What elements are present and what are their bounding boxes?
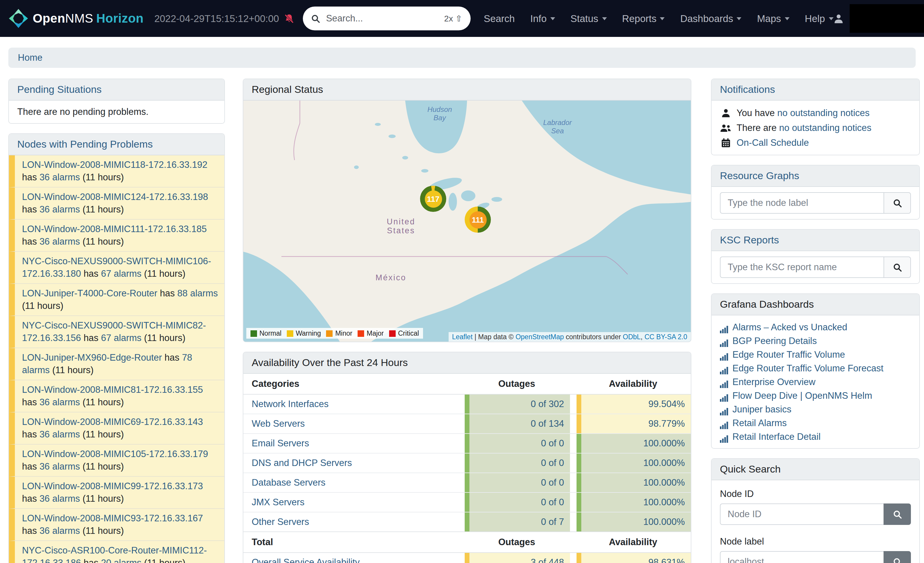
node-link[interactable]: LON-Window-2008-MIMIC105-172.16.33.179: [22, 449, 208, 459]
pending-situations-title[interactable]: Pending Situations: [9, 79, 224, 101]
alarm-duration: (11 hours): [52, 365, 94, 375]
leaflet-link[interactable]: Leaflet: [452, 333, 472, 341]
alarm-count-link[interactable]: 36 alarms: [40, 236, 80, 246]
notification-link[interactable]: no outstanding notices: [779, 123, 872, 133]
middle-column: Regional Status: [243, 78, 692, 563]
alarm-count-link[interactable]: 36 alarms: [40, 493, 80, 503]
calendar-icon: [720, 138, 731, 147]
chevron-down-icon: [660, 17, 665, 20]
notification-link[interactable]: On-Call Schedule: [736, 138, 809, 147]
outages-value: 0 of 134: [465, 414, 570, 433]
category-link[interactable]: Network Interfaces: [252, 399, 328, 410]
global-search-input[interactable]: [325, 12, 440, 24]
alarm-count-link[interactable]: 36 alarms: [40, 172, 80, 182]
category-link[interactable]: JMX Servers: [252, 497, 304, 507]
categories-header: Categories: [243, 374, 465, 394]
pending-problem-row: NYC-Cisco-NEXUS9000-SWITCH-MIMIC82-172.1…: [9, 316, 224, 348]
alarm-count-link[interactable]: 36 alarms: [40, 525, 80, 536]
alarm-count-link[interactable]: 36 alarms: [40, 397, 80, 407]
resource-graphs-title[interactable]: Resource Graphs: [712, 165, 919, 187]
alarm-count-link[interactable]: 67 alarms: [101, 269, 142, 279]
category-link[interactable]: Other Servers: [252, 516, 309, 527]
nav-menu-item[interactable]: Reports: [622, 13, 665, 24]
pending-problem-row: LON-Window-2008-MIMIC99-172.16.33.173 ha…: [9, 477, 224, 509]
grafana-dashboard-link[interactable]: Flow Deep Dive | OpenNMS Helm: [732, 389, 872, 402]
page-content: Home Pending Situations There are no pen…: [0, 37, 924, 563]
ccbysa-link[interactable]: CC BY-SA 2.0: [644, 333, 687, 341]
search-shortcut-hint: 2x ⇧: [444, 14, 462, 23]
alarm-count-link[interactable]: 67 alarms: [101, 333, 142, 343]
map-marker-cluster[interactable]: 111: [465, 207, 491, 233]
nav-menu-item[interactable]: Maps: [757, 13, 789, 24]
overall-availability-row: Overall Service Availability 3 of 448 98…: [243, 553, 691, 563]
grafana-dashboard-link[interactable]: Enterprise Overview: [732, 375, 815, 389]
node-link[interactable]: LON-Window-2008-MIMIC124-172.16.33.198: [22, 192, 208, 202]
alarm-duration: (11 hours): [82, 493, 124, 503]
node-label-search-button[interactable]: [884, 551, 911, 563]
breadcrumb: Home: [8, 48, 916, 68]
node-link[interactable]: LON-Window-2008-MIMIC111-172.16.33.185: [22, 224, 207, 234]
grafana-dashboard-link[interactable]: BGP Peering Details: [732, 334, 817, 348]
node-link[interactable]: LON-Juniper-MX960-Edge-Router: [22, 352, 162, 362]
map-legend-item: Warning: [287, 330, 321, 337]
node-link[interactable]: LON-Window-2008-MIMIC99-172.16.33.173: [22, 481, 203, 491]
regional-status-map[interactable]: Hudson Bay Labrador Sea United States Mé…: [243, 101, 691, 342]
bar-chart-icon: [720, 323, 728, 331]
resource-graphs-search-button[interactable]: [884, 192, 911, 214]
pending-problem-row: NYC-Cisco-ASR100-Core-Router-MIMIC112-17…: [9, 541, 224, 563]
nav-menu: Search Info Status Reports Dashboards Ma…: [484, 13, 833, 24]
node-link[interactable]: LON-Juniper-T4000-Core-Router: [22, 288, 158, 298]
map-marker-cluster[interactable]: 117: [420, 186, 446, 212]
nav-menu-item[interactable]: Status: [571, 13, 607, 24]
ksc-reports-input[interactable]: [720, 257, 884, 278]
quick-search-node-label: Node label: [720, 536, 911, 563]
grafana-dashboard-link[interactable]: Edge Router Traffic Volume Forecast: [732, 361, 884, 375]
alarm-count-link[interactable]: 36 alarms: [40, 204, 80, 214]
node-row-text: has: [22, 461, 37, 471]
node-link[interactable]: LON-Window-2008-MIMIC93-172.16.33.167: [22, 513, 203, 523]
nav-menu-item[interactable]: Info: [530, 13, 555, 24]
notifications-title[interactable]: Notifications: [712, 79, 919, 101]
nav-menu-item-label: Info: [530, 13, 546, 24]
node-id-search-button[interactable]: [884, 503, 911, 525]
nav-menu-item[interactable]: Help: [805, 13, 833, 24]
node-id-input[interactable]: [720, 503, 884, 525]
category-link[interactable]: Database Servers: [252, 477, 326, 488]
node-link[interactable]: LON-Window-2008-MIMIC69-172.16.33.143: [22, 417, 203, 427]
availability-title: Availability Over the Past 24 Hours: [243, 352, 691, 374]
nodes-pending-problems-title[interactable]: Nodes with Pending Problems: [9, 134, 224, 155]
grafana-dashboard-link[interactable]: Retail Interface Detail: [732, 430, 820, 443]
alarm-count-link[interactable]: 20 alarms: [101, 558, 142, 563]
node-label-input[interactable]: [720, 551, 884, 563]
overall-availability-link[interactable]: Overall Service Availability: [252, 557, 360, 563]
grafana-dashboard-link[interactable]: Alarms – Acked vs Unacked: [732, 320, 847, 334]
breadcrumb-home-link[interactable]: Home: [18, 53, 42, 63]
category-link[interactable]: Email Servers: [252, 438, 309, 449]
notifications-off-icon[interactable]: [284, 14, 294, 24]
alarm-count-link[interactable]: 36 alarms: [40, 429, 80, 439]
node-link[interactable]: LON-Window-2008-MIMIC81-172.16.33.155: [22, 384, 203, 395]
availability-row: JMX Servers 0 of 0 100.000%: [243, 493, 691, 512]
grafana-dashboard-link[interactable]: Retail Alarms: [732, 416, 787, 430]
nav-menu-item[interactable]: Dashboards: [680, 13, 742, 24]
grafana-dashboard-link[interactable]: Juniper basics: [732, 402, 791, 416]
pending-situations-card: Pending Situations There are no pending …: [8, 78, 225, 124]
resource-graphs-input[interactable]: [720, 192, 884, 214]
nav-menu-item[interactable]: Search: [484, 13, 515, 24]
alarm-count-link[interactable]: 36 alarms: [40, 461, 80, 471]
alarm-count-link[interactable]: 88 alarms: [177, 288, 218, 298]
odbl-link[interactable]: ODbL: [623, 333, 641, 341]
grafana-dashboard-link[interactable]: Edge Router Traffic Volume: [732, 348, 845, 361]
grafana-dashboard-item: Juniper basics: [720, 402, 911, 416]
ksc-reports-title[interactable]: KSC Reports: [712, 230, 919, 251]
redacted-username[interactable]: [849, 4, 924, 33]
brand-logo[interactable]: OpenNMSHorizon: [8, 8, 144, 29]
notification-link[interactable]: no outstanding notices: [777, 108, 870, 118]
node-link[interactable]: LON-Window-2008-MIMIC118-172.16.33.192: [22, 159, 207, 170]
outages-value: 0 of 0: [465, 493, 570, 512]
osm-link[interactable]: OpenStreetMap: [516, 333, 564, 341]
ksc-reports-search-button[interactable]: [884, 257, 911, 278]
resource-graphs-search: [720, 192, 911, 214]
category-link[interactable]: DNS and DHCP Servers: [252, 458, 352, 468]
category-link[interactable]: Web Servers: [252, 418, 305, 429]
